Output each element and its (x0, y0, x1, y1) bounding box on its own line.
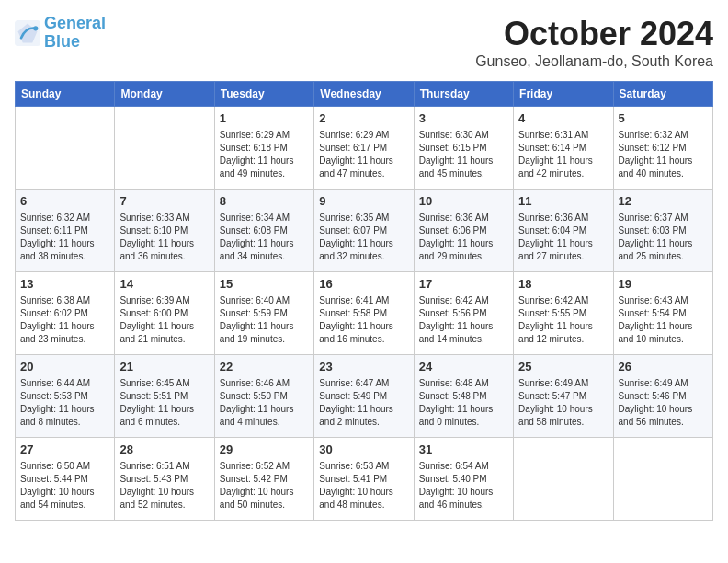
cell-info-text: Sunrise: 6:49 AM Sunset: 5:46 PM Dayligh… (619, 377, 708, 429)
cell-info-text: Sunrise: 6:39 AM Sunset: 6:00 PM Dayligh… (119, 294, 209, 346)
calendar-week-row: 13Sunrise: 6:38 AM Sunset: 6:02 PM Dayli… (16, 272, 713, 355)
cell-info-text: Sunrise: 6:46 AM Sunset: 5:50 PM Dayligh… (220, 377, 309, 429)
day-number: 5 (619, 110, 708, 127)
logo: General Blue (15, 15, 106, 52)
day-number: 2 (319, 110, 408, 127)
calendar-cell: 24Sunrise: 6:48 AM Sunset: 5:48 PM Dayli… (414, 355, 513, 438)
weekday-header-sunday: Sunday (16, 82, 115, 107)
day-number: 6 (20, 193, 109, 210)
day-number: 23 (319, 359, 408, 375)
cell-info-text: Sunrise: 6:41 AM Sunset: 5:58 PM Dayligh… (319, 294, 408, 346)
calendar-cell: 16Sunrise: 6:41 AM Sunset: 5:58 PM Dayli… (314, 272, 414, 355)
calendar-cell: 17Sunrise: 6:42 AM Sunset: 5:56 PM Dayli… (414, 272, 513, 355)
day-number: 28 (119, 442, 209, 458)
weekday-header-thursday: Thursday (414, 82, 513, 107)
logo-icon (15, 20, 40, 46)
title-block: October 2024 Gunseo, Jeollanam-do, South… (475, 15, 713, 70)
cell-info-text: Sunrise: 6:29 AM Sunset: 6:17 PM Dayligh… (319, 129, 408, 180)
cell-info-text: Sunrise: 6:38 AM Sunset: 6:02 PM Dayligh… (20, 294, 109, 346)
day-number: 30 (319, 442, 408, 458)
cell-info-text: Sunrise: 6:34 AM Sunset: 6:08 PM Dayligh… (220, 212, 309, 263)
day-number: 25 (518, 359, 608, 375)
cell-info-text: Sunrise: 6:43 AM Sunset: 5:54 PM Dayligh… (619, 294, 708, 346)
calendar-week-row: 1Sunrise: 6:29 AM Sunset: 6:18 PM Daylig… (16, 107, 713, 190)
cell-info-text: Sunrise: 6:36 AM Sunset: 6:06 PM Dayligh… (419, 212, 508, 263)
cell-info-text: Sunrise: 6:47 AM Sunset: 5:49 PM Dayligh… (319, 377, 408, 429)
calendar-cell: 11Sunrise: 6:36 AM Sunset: 6:04 PM Dayli… (514, 190, 613, 272)
calendar-cell: 10Sunrise: 6:36 AM Sunset: 6:06 PM Dayli… (414, 190, 513, 272)
day-number: 9 (319, 193, 408, 210)
day-number: 16 (319, 276, 408, 293)
calendar-cell: 18Sunrise: 6:42 AM Sunset: 5:55 PM Dayli… (514, 272, 613, 355)
day-number: 29 (220, 442, 309, 458)
day-number: 7 (119, 193, 209, 210)
month-title: October 2024 (475, 15, 713, 53)
calendar-cell: 5Sunrise: 6:32 AM Sunset: 6:12 PM Daylig… (613, 107, 712, 190)
cell-info-text: Sunrise: 6:48 AM Sunset: 5:48 PM Dayligh… (419, 377, 508, 429)
day-number: 24 (419, 359, 508, 375)
calendar-cell (16, 107, 115, 190)
cell-info-text: Sunrise: 6:35 AM Sunset: 6:07 PM Dayligh… (319, 212, 408, 263)
calendar-cell: 4Sunrise: 6:31 AM Sunset: 6:14 PM Daylig… (514, 107, 613, 190)
weekday-header-monday: Monday (115, 82, 214, 107)
weekday-header-row: SundayMondayTuesdayWednesdayThursdayFrid… (16, 82, 713, 107)
cell-info-text: Sunrise: 6:51 AM Sunset: 5:43 PM Dayligh… (119, 460, 209, 511)
calendar-cell (115, 107, 214, 190)
calendar-cell: 22Sunrise: 6:46 AM Sunset: 5:50 PM Dayli… (214, 355, 313, 438)
cell-info-text: Sunrise: 6:54 AM Sunset: 5:40 PM Dayligh… (419, 460, 508, 511)
calendar-cell: 9Sunrise: 6:35 AM Sunset: 6:07 PM Daylig… (314, 190, 414, 272)
calendar-cell: 6Sunrise: 6:32 AM Sunset: 6:11 PM Daylig… (16, 190, 115, 272)
cell-info-text: Sunrise: 6:30 AM Sunset: 6:15 PM Dayligh… (419, 129, 508, 180)
calendar-cell: 13Sunrise: 6:38 AM Sunset: 6:02 PM Dayli… (16, 272, 115, 355)
calendar-cell: 25Sunrise: 6:49 AM Sunset: 5:47 PM Dayli… (514, 355, 613, 438)
calendar-cell: 3Sunrise: 6:30 AM Sunset: 6:15 PM Daylig… (414, 107, 513, 190)
day-number: 14 (119, 276, 209, 293)
logo-text: General Blue (44, 15, 106, 52)
day-number: 11 (518, 193, 608, 210)
cell-info-text: Sunrise: 6:32 AM Sunset: 6:11 PM Dayligh… (20, 212, 109, 263)
calendar-week-row: 27Sunrise: 6:50 AM Sunset: 5:44 PM Dayli… (16, 438, 713, 521)
cell-info-text: Sunrise: 6:36 AM Sunset: 6:04 PM Dayligh… (518, 212, 608, 263)
weekday-header-friday: Friday (514, 82, 613, 107)
cell-info-text: Sunrise: 6:45 AM Sunset: 5:51 PM Dayligh… (119, 377, 209, 429)
day-number: 27 (20, 442, 109, 458)
calendar-cell (613, 438, 712, 521)
day-number: 21 (119, 359, 209, 375)
cell-info-text: Sunrise: 6:31 AM Sunset: 6:14 PM Dayligh… (518, 129, 608, 180)
cell-info-text: Sunrise: 6:32 AM Sunset: 6:12 PM Dayligh… (619, 129, 708, 180)
cell-info-text: Sunrise: 6:53 AM Sunset: 5:41 PM Dayligh… (319, 460, 408, 511)
day-number: 8 (220, 193, 309, 210)
day-number: 31 (419, 442, 508, 458)
calendar-cell: 21Sunrise: 6:45 AM Sunset: 5:51 PM Dayli… (115, 355, 214, 438)
calendar-week-row: 20Sunrise: 6:44 AM Sunset: 5:53 PM Dayli… (16, 355, 713, 438)
calendar-cell: 31Sunrise: 6:54 AM Sunset: 5:40 PM Dayli… (414, 438, 513, 521)
calendar-cell: 8Sunrise: 6:34 AM Sunset: 6:08 PM Daylig… (214, 190, 313, 272)
day-number: 3 (419, 110, 508, 127)
calendar-cell: 2Sunrise: 6:29 AM Sunset: 6:17 PM Daylig… (314, 107, 414, 190)
location-title: Gunseo, Jeollanam-do, South Korea (475, 53, 713, 70)
weekday-header-tuesday: Tuesday (214, 82, 313, 107)
cell-info-text: Sunrise: 6:42 AM Sunset: 5:56 PM Dayligh… (419, 294, 508, 346)
calendar-cell: 30Sunrise: 6:53 AM Sunset: 5:41 PM Dayli… (314, 438, 414, 521)
calendar-cell: 7Sunrise: 6:33 AM Sunset: 6:10 PM Daylig… (115, 190, 214, 272)
cell-info-text: Sunrise: 6:40 AM Sunset: 5:59 PM Dayligh… (220, 294, 309, 346)
calendar-cell: 29Sunrise: 6:52 AM Sunset: 5:42 PM Dayli… (214, 438, 313, 521)
day-number: 20 (20, 359, 109, 375)
calendar-week-row: 6Sunrise: 6:32 AM Sunset: 6:11 PM Daylig… (16, 190, 713, 272)
svg-point-2 (33, 26, 38, 30)
calendar-cell: 12Sunrise: 6:37 AM Sunset: 6:03 PM Dayli… (613, 190, 712, 272)
cell-info-text: Sunrise: 6:37 AM Sunset: 6:03 PM Dayligh… (619, 212, 708, 263)
day-number: 17 (419, 276, 508, 293)
cell-info-text: Sunrise: 6:50 AM Sunset: 5:44 PM Dayligh… (20, 460, 109, 511)
calendar-cell: 1Sunrise: 6:29 AM Sunset: 6:18 PM Daylig… (214, 107, 313, 190)
calendar-cell: 20Sunrise: 6:44 AM Sunset: 5:53 PM Dayli… (16, 355, 115, 438)
calendar-cell: 14Sunrise: 6:39 AM Sunset: 6:00 PM Dayli… (115, 272, 214, 355)
day-number: 18 (518, 276, 608, 293)
day-number: 1 (220, 110, 309, 127)
cell-info-text: Sunrise: 6:49 AM Sunset: 5:47 PM Dayligh… (518, 377, 608, 429)
day-number: 10 (419, 193, 508, 210)
cell-info-text: Sunrise: 6:52 AM Sunset: 5:42 PM Dayligh… (220, 460, 309, 511)
calendar-table: SundayMondayTuesdayWednesdayThursdayFrid… (15, 81, 713, 521)
calendar-cell: 27Sunrise: 6:50 AM Sunset: 5:44 PM Dayli… (16, 438, 115, 521)
weekday-header-wednesday: Wednesday (314, 82, 414, 107)
